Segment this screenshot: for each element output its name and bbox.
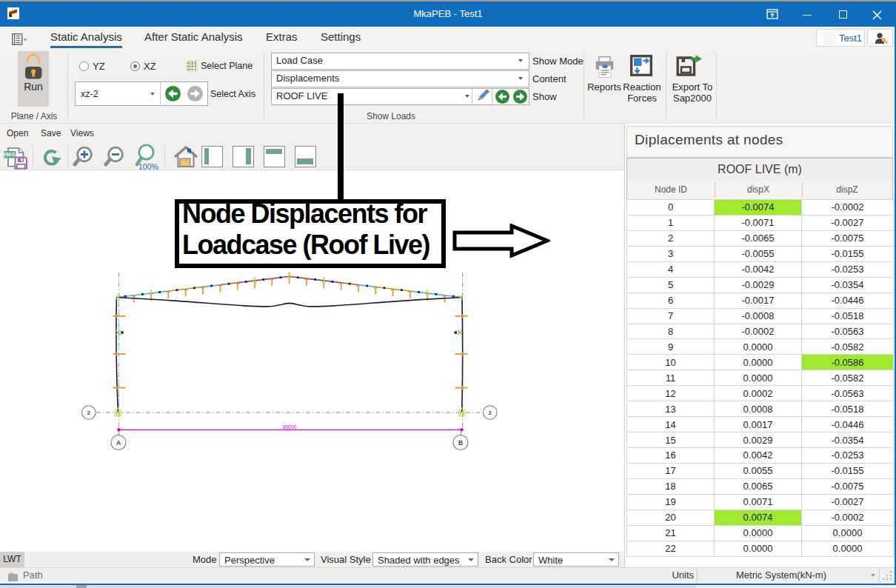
svg-text:IMG: IMG (4, 151, 16, 158)
svg-text:100%: 100% (138, 162, 158, 171)
